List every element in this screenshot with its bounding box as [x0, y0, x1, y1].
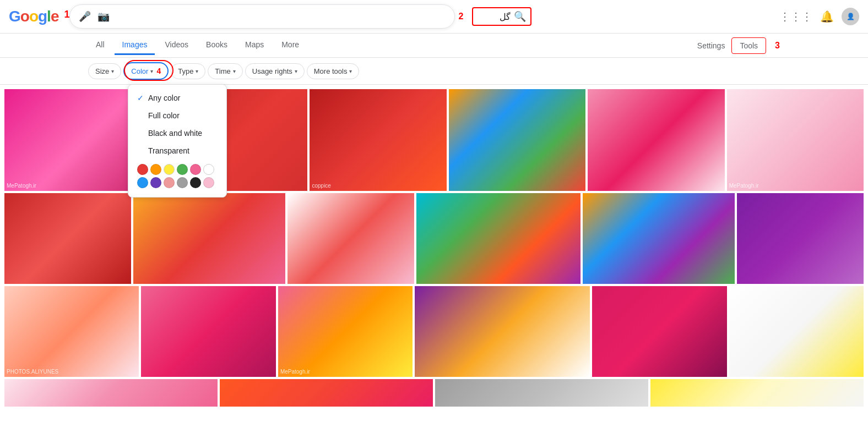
step2-label: 2	[458, 12, 463, 21]
usage-rights-filter[interactable]: Usage rights ▾	[245, 63, 305, 79]
image-item[interactable]	[729, 286, 864, 377]
tab-videos[interactable]: Videos	[157, 36, 196, 55]
image-item[interactable]: MePatogh.ir	[727, 89, 864, 191]
image-item[interactable]	[650, 379, 864, 407]
image-item[interactable]	[4, 193, 131, 284]
image-item[interactable]	[583, 193, 735, 284]
image-item[interactable]	[220, 379, 433, 407]
color-arrow: ▾	[150, 68, 153, 74]
logo-e: e	[51, 8, 59, 25]
swatch-gray[interactable]	[177, 177, 188, 188]
tab-books[interactable]: Books	[198, 36, 235, 55]
search-box: 🎤 📷	[69, 4, 455, 29]
camera-button[interactable]: 📷	[95, 8, 112, 25]
search-query-input[interactable]	[478, 12, 511, 21]
search-query-area: 🔍	[472, 7, 531, 26]
color-option-bw[interactable]: Black and white	[128, 124, 226, 142]
more-tools-arrow: ▾	[349, 68, 352, 74]
mic-button[interactable]: 🎤	[77, 8, 93, 25]
full-color-label: Full color	[148, 111, 180, 120]
image-item[interactable]	[141, 286, 275, 377]
image-item[interactable]	[737, 193, 864, 284]
image-label: MePatogh.ir	[729, 183, 759, 189]
color-option-any[interactable]: ✓ Any color	[128, 89, 226, 107]
image-item[interactable]	[416, 193, 581, 284]
tab-maps[interactable]: Maps	[237, 36, 272, 55]
settings-link[interactable]: Settings	[697, 41, 725, 50]
image-row-2	[4, 193, 864, 284]
tab-all[interactable]: All	[88, 36, 112, 55]
size-label: Size	[95, 67, 109, 75]
image-item[interactable]	[435, 379, 648, 407]
type-label: Type	[178, 67, 193, 75]
swatch-blue[interactable]	[137, 177, 148, 188]
color-dropdown: ✓ Any color Full color Black and white T…	[128, 84, 227, 198]
color-label: Color	[131, 67, 148, 75]
color-option-transparent[interactable]: Transparent	[128, 142, 226, 160]
tabs-right: Settings Tools 3	[697, 37, 780, 54]
apps-icon[interactable]: ⋮⋮⋮	[779, 10, 812, 23]
swatch-white[interactable]	[203, 164, 214, 175]
time-filter[interactable]: Time ▾	[208, 63, 242, 79]
tools-button[interactable]: Tools	[731, 37, 766, 54]
image-row-3: PHOTOS.ALIYUNES MePatogh.ir	[4, 286, 864, 377]
usage-rights-label: Usage rights	[252, 67, 292, 75]
image-label: coppice	[312, 183, 330, 189]
header-right: ⋮⋮⋮ 🔔 👤	[779, 8, 859, 25]
any-color-label: Any color	[148, 94, 180, 102]
step1-label: 1	[64, 9, 69, 20]
color-filter[interactable]: Color ▾ 4	[123, 62, 169, 80]
swatch-pink[interactable]	[190, 164, 201, 175]
image-item[interactable]	[592, 286, 726, 377]
size-arrow: ▾	[111, 68, 114, 74]
image-item[interactable]: PHOTOS.ALIYUNES	[4, 286, 139, 377]
search-input[interactable]	[114, 12, 448, 21]
logo-l: l	[47, 8, 51, 25]
tab-images[interactable]: Images	[115, 36, 155, 55]
size-filter[interactable]: Size ▾	[88, 63, 121, 79]
image-label: PHOTOS.ALIYUNES	[7, 369, 58, 375]
bw-label: Black and white	[148, 129, 202, 138]
image-item[interactable]: MePatogh.ir	[278, 286, 413, 377]
header: Google 1 🎤 📷 2 🔍 ⋮⋮⋮ 🔔 👤	[0, 0, 868, 34]
search-button[interactable]: 🔍	[514, 10, 526, 23]
more-tools-filter[interactable]: More tools ▾	[307, 63, 360, 79]
image-item[interactable]: coppice	[310, 89, 446, 191]
account-icon[interactable]: 🔔	[820, 10, 834, 23]
time-arrow: ▾	[233, 68, 236, 74]
step4-inline-label: 4	[156, 67, 161, 75]
time-label: Time	[215, 67, 230, 75]
image-item[interactable]	[133, 193, 285, 284]
swatch-green[interactable]	[177, 164, 188, 175]
usage-rights-arrow: ▾	[295, 68, 297, 74]
type-filter[interactable]: Type ▾	[171, 63, 205, 79]
image-item[interactable]	[588, 89, 724, 191]
swatch-yellow[interactable]	[164, 164, 175, 175]
swatch-red[interactable]	[137, 164, 148, 175]
tab-more[interactable]: More	[274, 36, 307, 55]
logo-o2: o	[29, 8, 38, 25]
color-option-full[interactable]: Full color	[128, 107, 226, 124]
swatch-orange[interactable]	[150, 164, 161, 175]
image-item[interactable]	[415, 286, 590, 377]
image-item[interactable]	[449, 89, 585, 191]
user-avatar[interactable]: 👤	[842, 8, 859, 25]
type-arrow: ▾	[196, 68, 198, 74]
tabs-bar: All Images Videos Books Maps More Settin…	[0, 34, 868, 58]
logo-g2: g	[38, 8, 47, 25]
swatch-black[interactable]	[190, 177, 201, 188]
google-logo[interactable]: Google	[9, 8, 58, 25]
search-area: 1 🎤 📷	[69, 4, 455, 29]
swatch-light-pink[interactable]	[164, 177, 175, 188]
color-palette	[128, 160, 226, 193]
transparent-label: Transparent	[148, 146, 189, 155]
image-label: MePatogh.ir	[280, 369, 310, 375]
more-tools-label: More tools	[314, 67, 348, 75]
swatch-light-pink2[interactable]	[203, 177, 214, 188]
image-item[interactable]	[4, 379, 218, 407]
swatch-purple[interactable]	[150, 177, 161, 188]
image-item[interactable]	[287, 193, 414, 284]
image-label: MePatogh.ir	[7, 183, 36, 189]
logo-g: G	[9, 8, 20, 25]
logo-o1: o	[20, 8, 29, 25]
